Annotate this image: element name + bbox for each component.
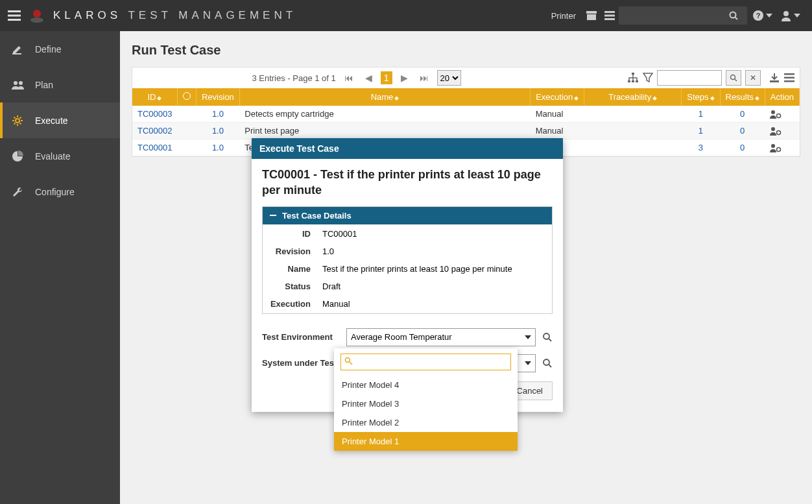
steps-link[interactable]: 1: [699, 126, 703, 136]
results-link[interactable]: 0: [740, 143, 745, 152]
col-revision[interactable]: Revision: [196, 88, 239, 106]
sidebar-item-configure[interactable]: Configure: [0, 174, 120, 210]
sidebar-item-define[interactable]: Define: [0, 31, 120, 67]
dropdown-option[interactable]: Printer Model 3: [334, 394, 518, 413]
svg-point-11: [783, 11, 789, 16]
gear-icon: [12, 115, 26, 126]
test-case-details-panel: Test Case Details IDTC00001 Revision1.0 …: [262, 206, 553, 314]
detail-id-value: TC00001: [317, 226, 551, 242]
run-action-icon[interactable]: [770, 143, 794, 152]
app-name-light: TEST MANAGEMENT: [128, 9, 296, 21]
help-icon[interactable]: ?: [752, 10, 764, 21]
chevron-down-icon[interactable]: [766, 14, 772, 18]
table-filter-input[interactable]: [657, 70, 722, 86]
svg-rect-4: [604, 11, 615, 13]
download-icon[interactable]: [769, 73, 780, 83]
tree-icon[interactable]: [627, 73, 639, 83]
revision-link[interactable]: 1.0: [212, 126, 224, 136]
svg-point-31: [777, 147, 781, 151]
col-id[interactable]: ID◆: [132, 88, 177, 106]
dropdown-option[interactable]: Printer Model 1: [334, 432, 518, 451]
search-icon[interactable]: [542, 332, 553, 342]
revision-link[interactable]: 1.0: [212, 143, 224, 152]
col-action: Action: [765, 88, 799, 106]
test-id-link[interactable]: TC00003: [137, 109, 172, 119]
svg-point-35: [543, 359, 549, 365]
dropdown-search-input[interactable]: [340, 354, 511, 370]
list-icon[interactable]: [604, 11, 615, 20]
sidebar: Define Plan Execute Evaluate Configure: [0, 31, 120, 504]
svg-point-27: [777, 114, 781, 117]
svg-text:?: ?: [756, 12, 761, 19]
col-info[interactable]: [177, 88, 196, 106]
svg-point-20: [731, 75, 735, 80]
collapse-icon: [269, 211, 277, 219]
run-action-icon[interactable]: [770, 126, 794, 136]
svg-line-38: [350, 362, 352, 365]
svg-rect-22: [770, 80, 779, 82]
first-page-button[interactable]: ⏮: [341, 71, 357, 84]
svg-point-1: [33, 10, 41, 18]
svg-point-14: [19, 81, 23, 85]
results-link[interactable]: 0: [740, 126, 745, 136]
pager-info-text: 3 Entries - Page 1 of 1: [252, 73, 335, 83]
global-search-button[interactable]: [729, 6, 747, 25]
results-link[interactable]: 0: [740, 109, 745, 119]
sut-dropdown-panel: Printer Model 4Printer Model 3Printer Mo…: [334, 348, 518, 451]
toolbar-right: ✕: [627, 70, 794, 86]
chevron-down-icon: [525, 361, 531, 365]
col-execution[interactable]: Execution◆: [531, 88, 584, 106]
next-page-button[interactable]: ▶: [398, 71, 411, 84]
svg-rect-2: [586, 11, 597, 14]
filter-icon[interactable]: [643, 73, 653, 83]
svg-point-26: [771, 110, 775, 114]
test-name: Detects empty cartridge: [239, 106, 530, 123]
svg-line-36: [549, 365, 551, 367]
page-number-button[interactable]: 1: [381, 71, 392, 84]
search-icon[interactable]: [542, 358, 553, 368]
archive-icon[interactable]: [586, 11, 597, 20]
steps-link[interactable]: 1: [699, 109, 703, 119]
search-icon: [344, 357, 353, 365]
table-search-button[interactable]: [726, 70, 741, 86]
svg-point-33: [543, 333, 549, 339]
col-traceability[interactable]: Traceability◆: [584, 88, 682, 106]
dialog-header: Execute Test Case: [252, 138, 563, 159]
sidebar-item-label: Configure: [35, 187, 75, 197]
svg-rect-25: [784, 80, 794, 82]
dialog-title: TC00001 - Test if the printer prints at …: [262, 167, 553, 198]
run-action-icon[interactable]: [770, 110, 794, 119]
page-size-select[interactable]: 20: [437, 70, 461, 86]
global-search-input[interactable]: [619, 6, 729, 25]
menu-icon[interactable]: [8, 10, 21, 21]
dropdown-option[interactable]: Printer Model 2: [334, 413, 518, 432]
sidebar-item-plan[interactable]: Plan: [0, 67, 120, 102]
svg-point-13: [14, 81, 18, 85]
sidebar-item-label: Define: [35, 44, 61, 54]
menu-icon[interactable]: [784, 73, 794, 82]
svg-point-15: [16, 119, 19, 123]
chevron-down-icon[interactable]: [794, 14, 800, 18]
page-title: Run Test Case: [132, 43, 800, 58]
details-header[interactable]: Test Case Details: [263, 207, 552, 224]
wrench-icon: [12, 186, 26, 198]
test-environment-select[interactable]: Average Room Temperatur: [346, 328, 536, 346]
app-header: KLAROS TEST MANAGEMENT Printer ?: [0, 0, 812, 31]
revision-link[interactable]: 1.0: [212, 109, 224, 119]
steps-link[interactable]: 3: [699, 143, 703, 152]
test-id-link[interactable]: TC00001: [137, 143, 172, 152]
clear-filter-button[interactable]: ✕: [745, 70, 761, 86]
test-id-link[interactable]: TC00002: [137, 126, 172, 136]
last-page-button[interactable]: ⏭: [416, 71, 432, 84]
col-results[interactable]: Results◆: [720, 88, 765, 106]
detail-id-label: ID: [264, 226, 316, 242]
chart-icon: [12, 150, 26, 162]
dropdown-option[interactable]: Printer Model 4: [334, 376, 518, 394]
col-steps[interactable]: Steps◆: [682, 88, 720, 106]
sidebar-item-evaluate[interactable]: Evaluate: [0, 138, 120, 174]
app-logo-icon: [29, 7, 45, 24]
prev-page-button[interactable]: ◀: [362, 71, 376, 84]
sidebar-item-execute[interactable]: Execute: [0, 102, 120, 138]
user-icon[interactable]: [780, 10, 792, 21]
col-name[interactable]: Name◆: [239, 88, 530, 106]
